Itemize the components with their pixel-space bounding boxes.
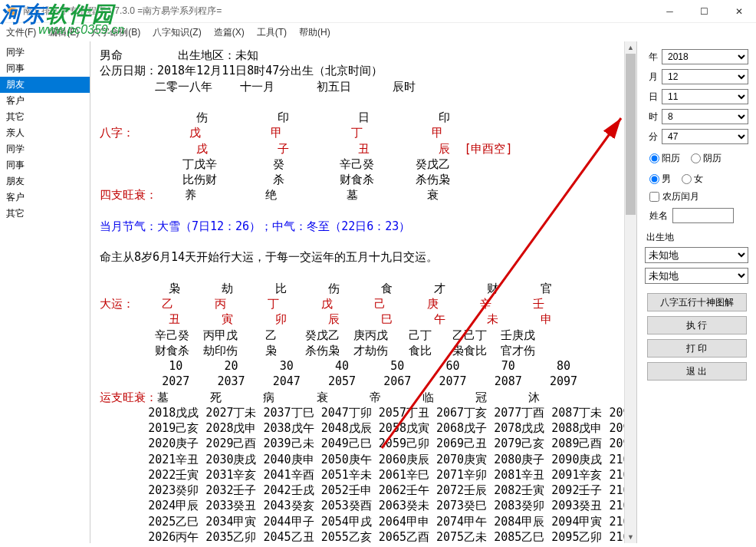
location2-select[interactable]: 未知地 [645, 268, 748, 284]
day-select[interactable]: 11 [662, 89, 748, 104]
app-icon [6, 5, 18, 18]
sidebar-item[interactable]: 同事 [0, 61, 90, 77]
sidebar-item[interactable]: 同学 [0, 44, 90, 61]
sidebar-item[interactable]: 客户 [0, 189, 90, 206]
scroll-up-icon[interactable]: ▲ [625, 41, 636, 54]
name-label: 姓名 [649, 209, 668, 222]
category-sidebar: 同学同事朋友客户其它亲人同学同事朋友客户其它 [0, 41, 90, 543]
year-select[interactable]: 2018 [662, 49, 748, 64]
menu-tools[interactable]: 工具(T) [257, 26, 287, 39]
window-title: 南方排八字专业程序 V7.3.0 =南方易学系列程序= [23, 5, 652, 18]
month-label: 月 [645, 71, 662, 84]
location1-select[interactable]: 未知地 [645, 247, 748, 263]
sidebar-item[interactable]: 同事 [0, 157, 90, 173]
close-button[interactable]: ✕ [721, 0, 756, 23]
sidebar-item[interactable]: 朋友 [0, 173, 90, 189]
male-radio[interactable]: 男 [649, 173, 671, 186]
chart-button[interactable]: 八字五行十神图解 [647, 293, 747, 311]
solar-radio[interactable]: 阳历 [649, 152, 680, 165]
sidebar-item[interactable]: 其它 [0, 109, 90, 125]
content-area: 男命 出生地区：未知 公历日期：2018年12月11日8时47分出生（北京时间）… [90, 41, 637, 543]
minute-label: 分 [645, 130, 662, 143]
scroll-thumb[interactable] [626, 54, 636, 215]
menu-edit[interactable]: 编辑(E) [48, 26, 79, 39]
scroll-down-icon[interactable]: ▼ [625, 531, 636, 543]
sidebar-item[interactable]: 同学 [0, 141, 90, 157]
month-select[interactable]: 12 [662, 69, 748, 84]
sidebar-item[interactable]: 客户 [0, 93, 90, 109]
vertical-scrollbar[interactable]: ▲ ▼ [624, 41, 636, 543]
sidebar-item[interactable]: 其它 [0, 206, 90, 222]
menu-knowledge[interactable]: 八字知识(Z) [153, 26, 201, 39]
menubar: 文件(F) 编辑(E) 八字命例(B) 八字知识(Z) 造篇(X) 工具(T) … [0, 23, 756, 41]
leap-checkbox[interactable]: 农历闰月 [649, 190, 748, 203]
bazi-text: 男命 出生地区：未知 公历日期：2018年12月11日8时47分出生（北京时间）… [90, 41, 636, 543]
menu-cases[interactable]: 八字命例(B) [91, 26, 140, 39]
hour-label: 时 [645, 110, 662, 124]
name-input[interactable] [672, 208, 734, 223]
menu-help[interactable]: 帮助(H) [299, 26, 330, 39]
titlebar: 南方排八字专业程序 V7.3.0 =南方易学系列程序= ─ ☐ ✕ [0, 0, 756, 23]
menu-creation[interactable]: 造篇(X) [214, 26, 245, 39]
print-button[interactable]: 打 印 [647, 339, 747, 358]
input-panel: 年2018 月12 日11 时8 分47 阳历 阴历 男 女 农历闰月 姓名 出… [637, 41, 756, 543]
calendar-radios: 阳历 阴历 [649, 152, 748, 165]
lunar-radio[interactable]: 阴历 [691, 152, 721, 165]
sidebar-item[interactable]: 亲人 [0, 125, 90, 141]
hour-select[interactable]: 8 [662, 109, 748, 124]
exit-button[interactable]: 退 出 [647, 362, 747, 381]
birthplace-label: 出生地 [646, 231, 748, 244]
year-label: 年 [645, 51, 662, 64]
minimize-button[interactable]: ─ [652, 0, 687, 23]
female-radio[interactable]: 女 [682, 173, 703, 186]
sex-radios: 男 女 [649, 173, 748, 186]
menu-file[interactable]: 文件(F) [6, 26, 36, 39]
day-label: 日 [645, 91, 662, 104]
minute-select[interactable]: 47 [662, 129, 748, 144]
sidebar-item[interactable]: 朋友 [0, 77, 90, 93]
maximize-button[interactable]: ☐ [687, 0, 721, 23]
execute-button[interactable]: 执 行 [647, 316, 747, 334]
